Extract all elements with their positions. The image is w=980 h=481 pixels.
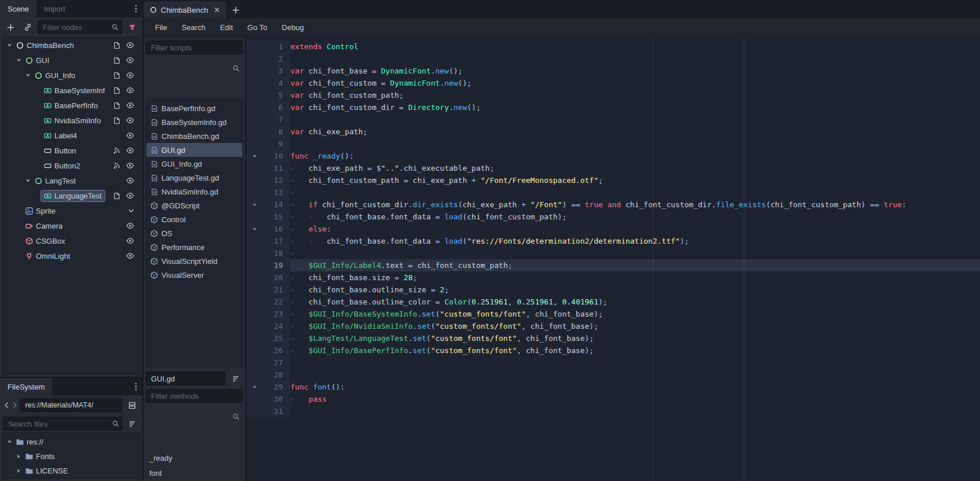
code-line-27[interactable]: 27 <box>246 357 980 369</box>
code-line-16[interactable]: 16» else: <box>246 223 980 235</box>
scene-tree-item-core[interactable]: BaseSystemInf <box>41 85 108 96</box>
script-item-nvidiasmiinfo-gd[interactable]: NvidiaSmiInfo.gd <box>146 185 242 199</box>
fold-arrow-icon[interactable] <box>246 227 258 232</box>
script-icon[interactable] <box>113 57 120 64</box>
scene-tree-item-core[interactable]: Sprite <box>23 205 58 216</box>
eye-icon[interactable] <box>126 192 134 200</box>
script-item-baseperfinfo-gd[interactable]: BasePerfInfo.gd <box>146 101 242 115</box>
scene-tree-item-core[interactable]: BasePerfInfo <box>41 100 101 111</box>
menu-file[interactable]: File <box>153 21 170 34</box>
scene-tree-item-core[interactable]: Button <box>41 145 79 156</box>
new-tab-button[interactable] <box>229 2 244 17</box>
code-editor[interactable]: 1extends Control23var chi_font_base = Dy… <box>246 37 980 481</box>
scene-tree-item-label4[interactable]: Label4 <box>3 128 139 143</box>
nav-back-button[interactable] <box>3 398 10 412</box>
scene-tree-item-core[interactable]: OmniLight <box>23 251 73 262</box>
search-files-input[interactable] <box>3 417 123 431</box>
code-line-11[interactable]: 11» chi_exe_path = $"..".chi_executable_… <box>246 162 980 174</box>
sort-files-button[interactable] <box>124 417 139 431</box>
code-line-30[interactable]: 30» pass <box>246 393 980 405</box>
scene-tree-item-core[interactable]: Button2 <box>41 160 83 171</box>
code-line-18[interactable]: 18» <box>246 247 980 259</box>
collapse-arrow-icon[interactable] <box>24 178 32 183</box>
code-line-9[interactable]: 9 <box>246 138 980 150</box>
add-node-button[interactable] <box>3 20 18 35</box>
script-icon[interactable] <box>113 72 120 79</box>
script-item-gdscript[interactable]: @GDScript <box>146 199 242 212</box>
script-icon[interactable] <box>113 87 120 94</box>
scene-tree-item-nvidiasmiinfo[interactable]: NvidiaSmiInfo <box>3 113 139 128</box>
eye-icon[interactable] <box>126 252 134 260</box>
collapse-arrow-icon[interactable] <box>5 43 13 48</box>
fs-tree-item-core[interactable]: res:// <box>13 436 46 447</box>
instance-scene-button[interactable] <box>20 20 35 35</box>
signal-icon[interactable] <box>113 147 120 155</box>
scene-tree-item-languagetest[interactable]: LanguageTest <box>3 188 139 203</box>
current-script-field[interactable] <box>146 372 226 385</box>
filesystem-menu-button[interactable] <box>130 378 142 395</box>
script-item-performance[interactable]: Performance <box>146 240 242 254</box>
filter-button[interactable] <box>124 20 139 35</box>
fs-tree-item-core[interactable]: Fonts <box>23 451 58 462</box>
scene-tree-item-core[interactable]: LangTest <box>32 175 79 186</box>
scene-tree-item-core[interactable]: LanguageTest <box>41 190 105 201</box>
scene-tree-item-basesysteminf[interactable]: BaseSystemInf <box>3 83 139 98</box>
eye-icon[interactable] <box>126 237 134 245</box>
collapse-arrow-icon[interactable] <box>24 73 32 78</box>
code-line-1[interactable]: 1extends Control <box>246 41 980 53</box>
fold-arrow-icon[interactable] <box>246 203 258 207</box>
fold-arrow-icon[interactable] <box>246 385 258 390</box>
fold-arrow-icon[interactable] <box>246 154 258 159</box>
scene-tree-item-omnilight[interactable]: OmniLight <box>3 248 139 263</box>
code-line-6[interactable]: 6var chi_font_custom_dir = Directory.new… <box>246 101 980 113</box>
menu-edit[interactable]: Edit <box>218 21 235 34</box>
code-line-22[interactable]: 22» chi_font_base.outline_color = Color(… <box>246 296 980 308</box>
scene-tree-item-csgbox[interactable]: CSGBox <box>3 233 139 248</box>
code-line-8[interactable]: 8var chi_exe_path; <box>246 126 980 138</box>
menu-search[interactable]: Search <box>179 21 208 34</box>
eye-icon[interactable] <box>126 146 134 155</box>
scene-tree-item-core[interactable]: Label4 <box>41 130 80 141</box>
code-line-14[interactable]: 14» if chi_font_custom_dir.dir_exists(ch… <box>246 199 980 211</box>
close-icon[interactable] <box>214 7 220 13</box>
scene-tree-item-gui[interactable]: GUI <box>3 53 139 68</box>
eye-icon[interactable] <box>126 177 134 185</box>
collapse-arrow-icon[interactable] <box>14 58 23 63</box>
method-item-font[interactable]: font <box>143 466 245 481</box>
scene-tree-item-button2[interactable]: Button2 <box>3 158 139 173</box>
code-line-5[interactable]: 5var chi_font_custom_path; <box>246 89 980 101</box>
fs-tree-item-fonts[interactable]: Fonts <box>3 449 139 464</box>
scene-tree-item-core[interactable]: GUI_Info <box>32 70 78 81</box>
fs-tree-item-res[interactable]: res:// <box>3 435 139 449</box>
code-line-23[interactable]: 23» $GUI_Info/BaseSystemInfo.set("custom… <box>246 308 980 320</box>
eye-icon[interactable] <box>126 41 134 49</box>
script-icon[interactable] <box>113 42 120 49</box>
script-item-control[interactable]: Control <box>146 212 242 226</box>
sort-methods-button[interactable] <box>228 372 243 385</box>
code-line-4[interactable]: 4var chi_font_custom = DynamicFont.new()… <box>246 77 980 89</box>
scene-dock-menu-button[interactable] <box>130 0 142 17</box>
scene-tree-item-chimbabench[interactable]: ChimbaBench <box>3 38 139 53</box>
scene-tree-item-gui-info[interactable]: GUI_Info <box>3 68 139 83</box>
code-line-3[interactable]: 3var chi_font_base = DynamicFont.new(); <box>246 65 980 77</box>
eye-icon[interactable] <box>126 71 134 79</box>
filter-scripts-input[interactable] <box>146 41 243 54</box>
code-line-7[interactable]: 7 <box>246 113 980 126</box>
expand-arrow-icon[interactable] <box>14 468 23 473</box>
code-line-15[interactable]: 15» » chi_font_base.font_data = load(chi… <box>246 211 980 223</box>
code-line-10[interactable]: 10func _ready(): <box>246 150 980 162</box>
scene-tree-item-core[interactable]: GUI <box>23 55 52 66</box>
eye-icon[interactable] <box>126 161 134 170</box>
script-item-visualscriptyield[interactable]: VisualScriptYield <box>146 254 242 268</box>
code-line-13[interactable]: 13» <box>246 186 980 199</box>
code-line-31[interactable]: 31 <box>246 405 980 417</box>
menu-go-to[interactable]: Go To <box>245 21 270 34</box>
fs-tree-item-license[interactable]: LICENSE <box>3 464 139 478</box>
method-item-ready[interactable]: _ready <box>143 451 245 466</box>
code-line-28[interactable]: 28 <box>246 369 980 381</box>
eye-icon[interactable] <box>126 56 134 64</box>
scene-tree-item-core[interactable]: NvidiaSmiInfo <box>41 115 104 126</box>
scene-tree-item-core[interactable]: CSGBox <box>23 236 68 247</box>
scene-tree-item-sprite[interactable]: Sprite <box>3 203 139 218</box>
scene-tree-item-button[interactable]: Button <box>3 143 139 158</box>
